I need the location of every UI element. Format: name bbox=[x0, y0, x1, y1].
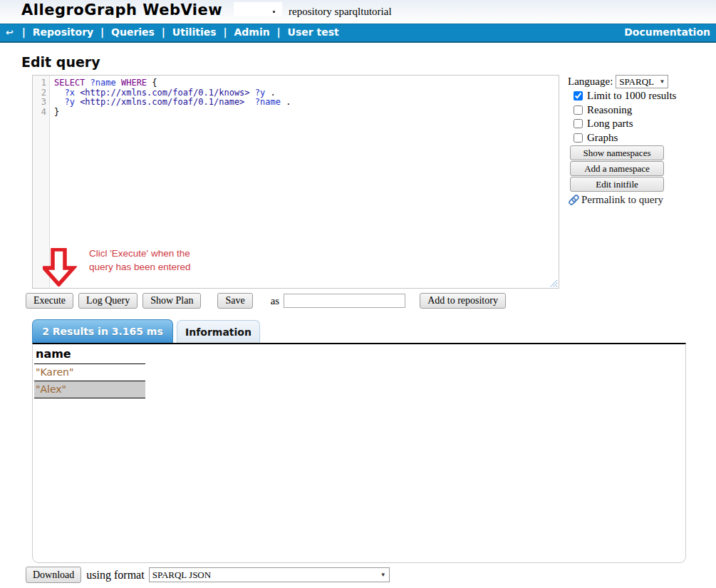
language-label: Language: bbox=[568, 76, 613, 88]
nav-link-user-test[interactable]: User test bbox=[288, 26, 339, 38]
show-namespaces-button[interactable]: Show namespaces bbox=[570, 145, 664, 160]
execute-button[interactable]: Execute bbox=[26, 293, 73, 309]
app-title: AllegroGraph WebView bbox=[21, 1, 222, 19]
checkbox-reasoning[interactable] bbox=[574, 105, 583, 115]
resize-handle-icon[interactable] bbox=[549, 279, 558, 287]
add-a-namespace-button[interactable]: Add a namespace bbox=[570, 161, 664, 176]
table-row[interactable]: "Karen" bbox=[34, 364, 145, 381]
query-actions: Execute Log Query Show Plan Save as Add … bbox=[26, 292, 511, 309]
results-column-header: name bbox=[34, 346, 145, 364]
chevron-down-icon: ▼ bbox=[659, 78, 665, 85]
nav-separator: | bbox=[93, 26, 111, 38]
language-select-value: SPARQL bbox=[619, 76, 654, 88]
checkbox-label: Reasoning bbox=[587, 104, 632, 116]
code-token: <http://xmlns.com/foaf/0.1/knows> bbox=[80, 88, 249, 98]
option-row: Long parts bbox=[568, 117, 716, 131]
code-line: ?y <http://xmlns.com/foaf/0.1/name> ?nam… bbox=[54, 98, 559, 108]
nav-link-admin[interactable]: Admin bbox=[234, 26, 269, 38]
code-token: WHERE bbox=[121, 78, 147, 88]
line-number: 4 bbox=[33, 108, 46, 118]
link-chain-icon bbox=[568, 194, 580, 206]
editor-code[interactable]: SELECT ?name WHERE { ?x <http://xmlns.co… bbox=[54, 76, 559, 117]
checkbox-label: Limit to 1000 results bbox=[587, 90, 676, 102]
checkbox-label: Long parts bbox=[587, 118, 633, 130]
language-select[interactable]: SPARQL ▼ bbox=[616, 75, 668, 88]
format-select[interactable]: SPARQL JSON ▼ bbox=[149, 567, 390, 582]
code-token: { bbox=[147, 78, 157, 88]
code-token: } bbox=[54, 107, 59, 117]
annotation-arrow-icon bbox=[43, 248, 77, 287]
checkbox-limit-to-1000-results[interactable] bbox=[574, 91, 583, 100]
repository-label: repository sparqltutorial bbox=[289, 6, 392, 18]
query-options-panel: Language: SPARQL ▼ Limit to 1000 results… bbox=[568, 74, 716, 206]
nav-link-repository[interactable]: Repository bbox=[33, 26, 93, 38]
main-navbar: ↩ | Repository | Queries | Utilities | A… bbox=[0, 24, 716, 43]
code-token: . bbox=[265, 88, 275, 98]
save-button[interactable]: Save bbox=[217, 293, 252, 309]
code-token bbox=[250, 88, 255, 98]
nav-link-utilities[interactable]: Utilities bbox=[172, 26, 217, 38]
code-line: SELECT ?name WHERE { bbox=[54, 78, 559, 88]
annotation-line: query has been entered bbox=[89, 260, 191, 274]
execute-annotation: Clicl 'Execute' when thequery has been e… bbox=[89, 247, 191, 274]
back-arrow-icon[interactable]: ↩ bbox=[6, 27, 15, 38]
code-token: ?y bbox=[64, 97, 74, 107]
code-token: ?name bbox=[90, 78, 116, 88]
tab-results[interactable]: 2 Results in 3.165 ms bbox=[32, 319, 173, 343]
code-token: . bbox=[281, 97, 291, 107]
using-format-label: using format bbox=[86, 569, 144, 582]
results-panel: name "Karen""Alex" The results appear he… bbox=[32, 343, 686, 563]
page-header: AllegroGraph WebView repository sparqltu… bbox=[0, 0, 716, 24]
code-token bbox=[54, 97, 64, 107]
download-bar: Download using format SPARQL JSON ▼ bbox=[26, 567, 390, 583]
nav-separator: | bbox=[155, 26, 172, 38]
code-token bbox=[54, 88, 64, 98]
nav-link-queries[interactable]: Queries bbox=[111, 26, 155, 38]
checkbox-graphs[interactable] bbox=[574, 133, 583, 143]
format-select-value: SPARQL JSON bbox=[152, 569, 212, 581]
chevron-down-icon: ▼ bbox=[380, 572, 386, 578]
permalink-text: Permalink to query bbox=[581, 194, 663, 206]
code-token: ?y bbox=[255, 88, 265, 98]
code-token bbox=[85, 78, 90, 88]
nav-links: ↩ | Repository | Queries | Utilities | A… bbox=[6, 26, 339, 38]
log-query-button[interactable]: Log Query bbox=[78, 293, 138, 309]
download-button[interactable]: Download bbox=[26, 567, 81, 583]
option-row: Reasoning bbox=[568, 103, 716, 118]
line-number: 2 bbox=[33, 88, 46, 98]
result-cell: "Karen" bbox=[34, 364, 145, 381]
line-number: 3 bbox=[33, 98, 46, 108]
option-row: Limit to 1000 results bbox=[568, 89, 716, 103]
tab-information[interactable]: Information bbox=[177, 320, 260, 343]
permalink-link[interactable]: Permalink to query bbox=[568, 194, 716, 206]
checkbox-label: Graphs bbox=[587, 132, 618, 144]
redacted-dot bbox=[273, 11, 275, 13]
results-table: name "Karen""Alex" bbox=[34, 346, 145, 398]
option-row: Graphs bbox=[568, 131, 716, 145]
save-name-input[interactable] bbox=[284, 294, 405, 308]
code-token: SELECT bbox=[54, 78, 85, 88]
nav-link-documentation[interactable]: Documentation bbox=[624, 26, 710, 38]
show-plan-button[interactable]: Show Plan bbox=[142, 293, 201, 309]
edit-initfile-button[interactable]: Edit initfile bbox=[570, 177, 664, 192]
as-label: as bbox=[271, 295, 280, 307]
add-to-repository-button[interactable]: Add to repository bbox=[420, 293, 506, 309]
checkbox-long-parts[interactable] bbox=[574, 119, 583, 128]
table-row[interactable]: "Alex" bbox=[34, 381, 145, 398]
code-line: ?x <http://xmlns.com/foaf/0.1/knows> ?y … bbox=[54, 88, 559, 98]
code-line: } bbox=[54, 108, 559, 118]
line-number: 1 bbox=[33, 78, 46, 88]
code-token bbox=[244, 97, 254, 107]
redacted-area bbox=[234, 2, 282, 16]
nav-separator: | bbox=[217, 26, 234, 38]
annotation-line: Clicl 'Execute' when the bbox=[89, 247, 191, 260]
result-cell: "Alex" bbox=[34, 381, 145, 398]
code-token: <http://xmlns.com/foaf/0.1/name> bbox=[80, 97, 244, 107]
page-title: Edit query bbox=[21, 54, 100, 70]
code-token: ?x bbox=[64, 88, 74, 98]
code-token: ?name bbox=[255, 97, 281, 107]
nav-separator: | bbox=[270, 26, 288, 38]
code-token bbox=[116, 78, 121, 88]
nav-separator: | bbox=[15, 26, 33, 38]
